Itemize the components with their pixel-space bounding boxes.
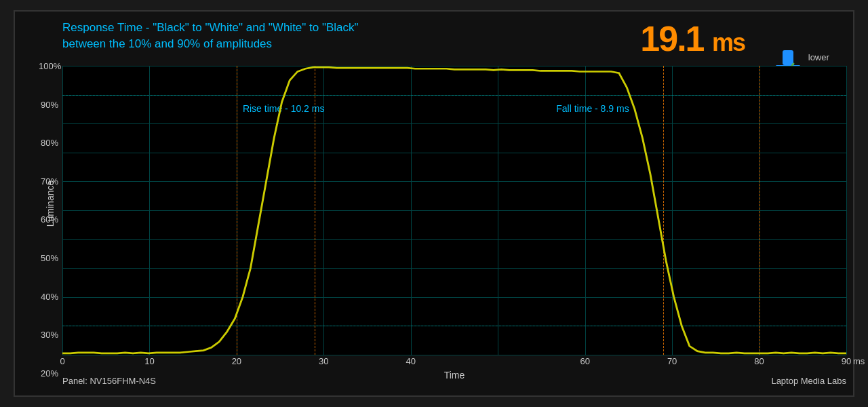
x-label-20: 20 [232, 356, 241, 366]
chart-title: Response Time - "Black" to "White" and "… [62, 20, 359, 52]
signal-curve [62, 66, 846, 355]
grid-v-90 [846, 66, 847, 355]
y-label-80: 80% [41, 138, 58, 148]
y-label-30: 30% [41, 330, 58, 340]
y-label-40: 40% [41, 291, 58, 301]
x-label-ms: ms [853, 356, 865, 366]
grid-h-0 [62, 355, 846, 355]
y-label-70: 70% [41, 176, 58, 186]
y-label-20: 20% [41, 368, 58, 378]
signal-line [62, 67, 846, 353]
x-label-60: 60 [580, 356, 589, 366]
x-label-0: 0 [60, 356, 64, 366]
svg-rect-0 [783, 50, 793, 65]
x-label-90: 90 [842, 356, 851, 366]
lab-info: Laptop Media Labs [771, 376, 846, 386]
chart-container: Response Time - "Black" to "White" and "… [14, 10, 854, 397]
y-label-60: 60% [41, 214, 58, 225]
x-label-time: Time [444, 370, 465, 381]
y-label-90: 90% [41, 99, 58, 109]
x-label-80: 80 [754, 356, 764, 366]
panel-info: Panel: NV156FHM-N4S [62, 376, 156, 386]
y-label-50: 50% [41, 253, 58, 263]
x-label-30: 30 [319, 356, 328, 366]
y-label-100: 100% [39, 61, 61, 71]
response-time-value: 19.1 ms [640, 18, 745, 59]
x-label-70: 70 [667, 356, 677, 366]
chart-area: Rise time - 10.2 ms Fall time - 8.9 ms [62, 66, 846, 355]
x-label-10: 10 [144, 356, 154, 366]
x-label-40: 40 [406, 356, 415, 366]
